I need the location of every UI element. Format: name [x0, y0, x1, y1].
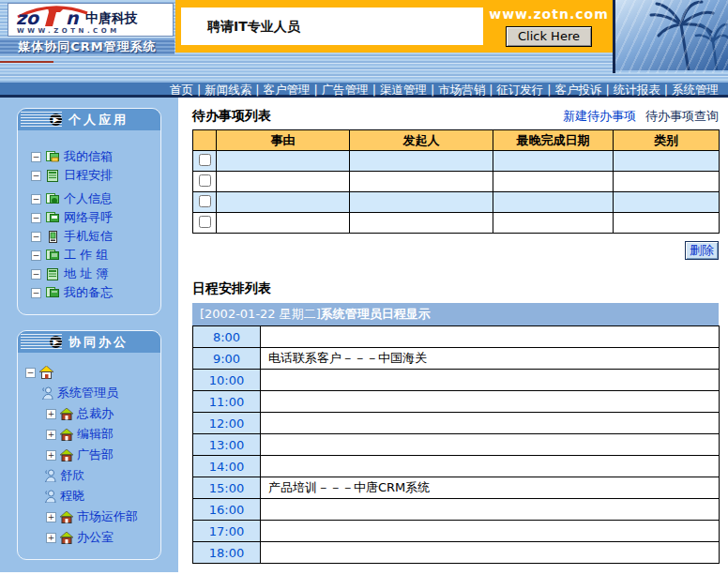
logo-brand-cn: 中唐科技	[85, 10, 138, 25]
tree-node-shuxin[interactable]: 舒欣	[18, 465, 160, 486]
nav-item-reports[interactable]: 统计报表	[614, 83, 660, 97]
schedule-event[interactable]: 产品培训－－－中唐CRM系统	[261, 477, 720, 499]
collapse-toggle-icon[interactable]: −	[31, 194, 41, 204]
sidebar-item-label: 地 址 簿	[64, 265, 108, 282]
nav-item-complaints[interactable]: 客户投诉	[555, 83, 602, 97]
ad-text: 聘请IT专业人员	[181, 8, 483, 45]
new-todo-link[interactable]: 新建待办事项	[563, 109, 636, 123]
schedule-row[interactable]: 15:00 产品培训－－－中唐CRM系统	[193, 477, 720, 499]
todo-col-initiator: 发起人	[350, 130, 493, 151]
nav-separator: |	[485, 83, 496, 97]
tree-node-label: 舒欣	[60, 467, 84, 484]
tree-node-editorial[interactable]: + 编辑部	[18, 424, 160, 445]
schedule-table: 8:00 9:00 电话联系客户－－－中国海关 10:00 11:00 12:0…	[192, 325, 720, 564]
click-here-button[interactable]: Click Here	[506, 26, 592, 47]
schedule-event[interactable]	[261, 370, 720, 391]
sidebar-item-sms[interactable]: − 手机短信	[18, 227, 160, 246]
schedule-event[interactable]	[261, 456, 720, 477]
dept-home-icon	[60, 532, 73, 544]
panel-personal-body: − 我的信箱 − 日程安排 − 个人信息 − 网络寻呼	[18, 130, 160, 314]
tree-node-admin[interactable]: 系统管理员	[18, 383, 160, 403]
tree-node-ads-dept[interactable]: + 广告部	[18, 445, 160, 465]
schedule-event[interactable]	[261, 391, 720, 413]
sidebar-item-net-pager[interactable]: − 网络寻呼	[18, 208, 160, 227]
todo-section-title: 待办事项列表	[192, 108, 271, 125]
schedule-row[interactable]: 17:00	[193, 521, 720, 542]
nav-separator: |	[193, 83, 205, 97]
schedule-event[interactable]: 电话联系客户－－－中国海关	[261, 348, 720, 370]
sidebar-item-workgroup[interactable]: − 工 作 组	[18, 246, 160, 265]
schedule-event[interactable]	[261, 413, 720, 434]
addressbook-icon	[46, 268, 59, 280]
ad-banner[interactable]: 聘请IT专业人员 www.zotn.com Click Here	[175, 0, 613, 53]
sidebar-item-memo[interactable]: − 我的备忘	[18, 283, 160, 302]
schedule-row[interactable]: 16:00	[193, 499, 720, 521]
collapse-toggle-icon[interactable]: −	[31, 288, 41, 298]
schedule-row[interactable]: 10:00	[193, 370, 720, 391]
sidebar-item-label: 网络寻呼	[64, 209, 113, 226]
todo-row-checkbox[interactable]	[199, 174, 211, 187]
tree-node-label: 市场运作部	[77, 508, 138, 525]
todo-row-checkbox[interactable]	[199, 195, 211, 207]
logo-brand-right: n	[66, 8, 80, 28]
header-stripes	[21, 334, 62, 350]
collapse-toggle-icon[interactable]: −	[31, 250, 41, 261]
schedule-row[interactable]: 18:00	[193, 542, 720, 564]
schedule-event[interactable]	[261, 521, 720, 542]
tree-node-ceo-office[interactable]: + 总裁办	[18, 403, 160, 424]
schedule-row[interactable]: 8:00	[193, 326, 720, 348]
tree-root[interactable]: −	[18, 362, 160, 383]
collapse-toggle-icon[interactable]: −	[31, 152, 41, 162]
sidebar-item-profile[interactable]: − 个人信息	[18, 189, 160, 208]
sidebar-item-schedule[interactable]: − 日程安排	[18, 166, 160, 185]
zotn-logo-icon: zo n 中唐科技 WWW.ZOTN.COM	[12, 5, 170, 35]
schedule-row[interactable]: 9:00 电话联系客户－－－中国海关	[193, 348, 720, 370]
logo[interactable]: zo n 中唐科技 WWW.ZOTN.COM	[8, 3, 174, 37]
nav-item-marketing[interactable]: 市场营销	[438, 83, 485, 97]
collapse-toggle-icon[interactable]: −	[25, 368, 36, 378]
collapse-toggle-icon[interactable]: −	[31, 232, 41, 242]
schedule-row[interactable]: 11:00	[193, 391, 720, 413]
sidebar-item-addressbook[interactable]: − 地 址 簿	[18, 265, 160, 283]
nav-item-news-leads[interactable]: 新闻线索	[205, 83, 251, 97]
nav-item-channel-mgmt[interactable]: 渠道管理	[380, 83, 427, 97]
todo-row-checkbox[interactable]	[199, 154, 211, 166]
expand-toggle-icon[interactable]: +	[46, 512, 56, 522]
schedule-time: 11:00	[193, 391, 261, 413]
nav-separator: |	[660, 83, 672, 97]
nav-item-ad-mgmt[interactable]: 广告管理	[322, 83, 369, 97]
collapse-toggle-icon[interactable]: −	[31, 171, 41, 181]
schedule-event[interactable]	[261, 326, 720, 348]
nav-item-system-mgmt[interactable]: 系统管理	[672, 83, 719, 97]
collapse-toggle-icon[interactable]: −	[31, 213, 41, 223]
collapse-toggle-icon[interactable]: −	[31, 269, 41, 280]
expand-toggle-icon[interactable]: +	[46, 533, 56, 543]
expand-toggle-icon[interactable]: +	[46, 430, 56, 440]
mailbox-icon	[46, 151, 59, 163]
delete-button[interactable]: 删除	[685, 241, 719, 260]
todo-query-link[interactable]: 待办事项查询	[645, 109, 719, 123]
tree-node-label: 办公室	[77, 529, 114, 546]
calendar-icon	[46, 170, 59, 182]
todo-row-checkbox[interactable]	[199, 216, 211, 228]
tree-node-market-ops[interactable]: + 市场运作部	[18, 507, 160, 527]
schedule-row[interactable]: 12:00	[193, 413, 720, 434]
schedule-event[interactable]	[261, 499, 720, 521]
nav-item-subscription[interactable]: 征订发行	[496, 83, 543, 97]
schedule-row[interactable]: 14:00	[193, 456, 720, 477]
nav-item-customer-mgmt[interactable]: 客户管理	[263, 83, 310, 97]
tree-node-chengxiao[interactable]: 程晓	[18, 486, 160, 507]
expand-toggle-icon[interactable]: +	[46, 450, 56, 461]
nav-separator: |	[310, 83, 321, 97]
person-icon	[40, 386, 53, 400]
schedule-event[interactable]	[261, 434, 720, 456]
tree-node-office[interactable]: + 办公室	[18, 527, 160, 548]
schedule-row[interactable]: 13:00	[193, 434, 720, 456]
schedule-event[interactable]	[261, 542, 720, 564]
todo-row	[193, 172, 720, 192]
dept-home-icon	[60, 408, 73, 420]
nav-item-home[interactable]: 首页	[170, 83, 193, 97]
sidebar-item-mailbox[interactable]: − 我的信箱	[18, 147, 160, 166]
expand-toggle-icon[interactable]: +	[46, 409, 56, 419]
decor-red-line	[0, 61, 53, 63]
